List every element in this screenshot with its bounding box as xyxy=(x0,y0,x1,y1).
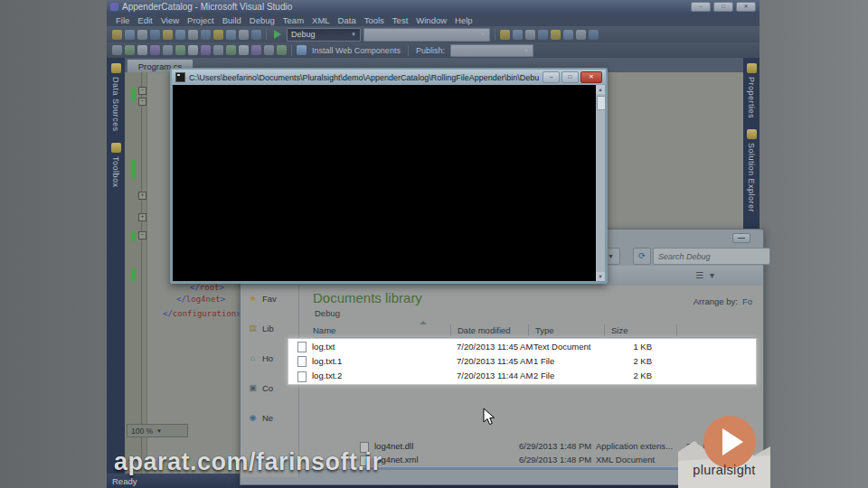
new-query-icon[interactable] xyxy=(500,30,510,40)
outdent-icon[interactable] xyxy=(201,45,211,55)
comment-icon[interactable] xyxy=(576,30,586,40)
nav-item-fav[interactable]: ★Fav xyxy=(241,291,298,306)
insert-snippet-icon[interactable] xyxy=(175,45,185,55)
console-titlebar[interactable]: C:\Users\beefarino\Documents\Pluralsight… xyxy=(172,70,606,85)
fold-expand-icon[interactable]: + xyxy=(138,192,146,200)
open-query-icon[interactable] xyxy=(513,30,523,40)
file-row[interactable]: log.txt.27/20/2013 11:44 AM2 File2 KB xyxy=(288,369,756,383)
add-item-icon[interactable] xyxy=(125,30,135,40)
column-separator[interactable] xyxy=(604,324,605,336)
expand-icon[interactable] xyxy=(251,45,261,55)
scroll-up-icon[interactable]: ▲ xyxy=(596,85,605,94)
breadcrumb-dropdown-icon[interactable]: ▼ xyxy=(608,253,614,259)
console-scrollbar[interactable]: ▲ ▼ xyxy=(596,85,605,281)
fold-collapse-icon[interactable]: − xyxy=(138,231,146,239)
arrange-by-control[interactable]: Arrange by:Fo xyxy=(693,296,752,306)
validate-icon[interactable] xyxy=(551,30,561,40)
fold-collapse-icon[interactable]: − xyxy=(138,98,146,106)
new-project-icon[interactable] xyxy=(112,30,122,40)
menu-xml[interactable]: XML xyxy=(312,15,330,25)
menu-debug[interactable]: Debug xyxy=(250,15,275,25)
nav-item-label: Ne xyxy=(262,413,273,423)
console-maximize-button[interactable]: □ xyxy=(561,71,579,83)
fold-expand-icon[interactable]: + xyxy=(138,213,146,221)
watermark-text: aparat.com/farinsoft.ir xyxy=(114,448,382,476)
file-row[interactable]: log.txt.17/20/2013 11:45 AM1 File2 KB xyxy=(288,353,756,368)
column-header-size[interactable]: Size xyxy=(611,325,627,335)
open-file-icon[interactable] xyxy=(137,30,147,40)
nav-item-ne[interactable]: ◉Ne xyxy=(241,410,298,426)
paste-icon[interactable] xyxy=(201,30,211,40)
menu-test[interactable]: Test xyxy=(392,15,408,25)
scrollbar-thumb[interactable] xyxy=(597,96,606,110)
refresh-button[interactable]: ⟳ xyxy=(633,248,651,265)
find-combo[interactable]: ▼ xyxy=(363,28,490,42)
vs-minimize-button[interactable]: – xyxy=(691,2,711,12)
undo-icon[interactable] xyxy=(213,30,223,40)
bookmark-icon[interactable] xyxy=(213,45,223,55)
start-xslt-icon[interactable] xyxy=(150,45,160,55)
fold-collapse-icon[interactable]: − xyxy=(138,87,146,95)
execute-icon[interactable] xyxy=(538,30,548,40)
column-separator[interactable] xyxy=(676,324,677,336)
uncomment-icon[interactable] xyxy=(589,30,599,40)
menu-help[interactable]: Help xyxy=(455,15,473,25)
save-query-icon[interactable] xyxy=(525,30,535,40)
navigate-back-icon[interactable] xyxy=(239,30,249,40)
console-close-button[interactable]: ✕ xyxy=(580,71,602,83)
file-row[interactable]: log4net.xml6/29/2013 1:48 PMXML Document… xyxy=(351,454,718,467)
install-web-components-button[interactable]: Install Web Components xyxy=(312,46,401,55)
indent-icon[interactable] xyxy=(188,45,198,55)
nav-bar-icon[interactable] xyxy=(277,45,287,55)
schema-icon[interactable] xyxy=(563,30,573,40)
column-separator[interactable] xyxy=(450,324,451,336)
copy-icon[interactable] xyxy=(188,30,198,40)
xslt-icon[interactable] xyxy=(137,45,147,55)
menu-data[interactable]: Data xyxy=(338,15,356,25)
menu-project[interactable]: Project xyxy=(187,15,214,25)
file-icon xyxy=(297,371,307,382)
vs-close-button[interactable]: ✕ xyxy=(736,2,756,12)
editor-zoom-control[interactable]: 100 %▼ xyxy=(127,424,188,437)
cut-icon[interactable] xyxy=(175,30,185,40)
menu-tools[interactable]: Tools xyxy=(364,15,384,25)
start-debugging-icon[interactable] xyxy=(274,30,281,39)
install-web-components-icon[interactable] xyxy=(297,45,307,55)
save-icon[interactable] xyxy=(150,30,160,40)
scroll-down-icon[interactable]: ▼ xyxy=(596,272,605,281)
menu-view[interactable]: View xyxy=(161,15,179,25)
menu-build[interactable]: Build xyxy=(222,15,241,25)
menu-window[interactable]: Window xyxy=(416,15,447,25)
redo-icon[interactable] xyxy=(226,30,236,40)
column-header-date-modified[interactable]: Date modified xyxy=(458,325,511,335)
file-row[interactable]: log.txt7/20/2013 11:45 AMText Document1 … xyxy=(288,339,756,353)
menu-team[interactable]: Team xyxy=(283,15,304,25)
column-separator[interactable] xyxy=(528,324,529,336)
collapse-icon[interactable] xyxy=(239,45,249,55)
solution-configurations-combo[interactable]: Debug▼ xyxy=(287,28,361,42)
schema-view-icon[interactable] xyxy=(125,45,135,55)
navigate-forward-icon[interactable] xyxy=(251,30,261,40)
explorer-minimize-button[interactable] xyxy=(732,233,750,243)
view-options-icon[interactable]: ☰ ▾ xyxy=(695,270,716,280)
file-row[interactable]: log4net.dll6/29/2013 1:48 PMApplication … xyxy=(351,440,718,454)
word-wrap-icon[interactable] xyxy=(264,45,274,55)
publish-combo[interactable]: ▼ xyxy=(450,44,533,57)
column-header-name[interactable]: Name xyxy=(313,325,335,335)
format-document-icon[interactable] xyxy=(112,45,122,55)
sidebar-tab-properties[interactable]: Properties xyxy=(743,58,760,124)
vs-maximize-button[interactable]: □ xyxy=(713,2,733,12)
nav-item-lib[interactable]: ▤Lib xyxy=(241,321,298,336)
sidebar-tab-toolbox[interactable]: Toolbox xyxy=(107,137,125,193)
sidebar-tab-solution-explorer[interactable]: Solution Explorer xyxy=(743,124,760,218)
search-box[interactable]: Search Debug xyxy=(653,248,770,265)
console-minimize-button[interactable]: – xyxy=(542,71,560,83)
menu-edit[interactable]: Edit xyxy=(137,15,152,25)
sidebar-tab-data-sources[interactable]: Data Sources xyxy=(107,58,125,137)
menu-file[interactable]: File xyxy=(116,15,129,25)
go-to-icon[interactable] xyxy=(163,45,173,55)
vs-titlebar[interactable]: AppenderCatalog - Microsoft Visual Studi… xyxy=(107,0,760,14)
save-all-icon[interactable] xyxy=(163,30,173,40)
column-header-type[interactable]: Type xyxy=(535,325,554,335)
comment-xml-icon[interactable] xyxy=(226,45,236,55)
